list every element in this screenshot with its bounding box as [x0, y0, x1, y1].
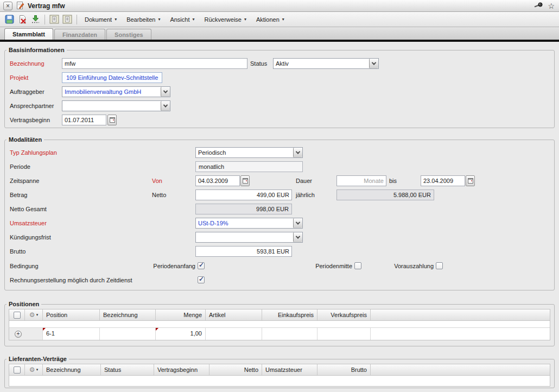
dropdown-button[interactable] — [161, 101, 170, 111]
menu-label: Bearbeiten — [126, 16, 155, 23]
menu-label: Dokument — [85, 16, 112, 23]
column-header-netto[interactable]: Netto — [209, 364, 262, 375]
calendar-button[interactable] — [240, 175, 250, 186]
menge-cell[interactable]: 1,00 — [156, 328, 206, 340]
bezeichnung-cell[interactable] — [100, 328, 156, 340]
close-icon: × — [6, 3, 10, 9]
kuendigungsfrist-select[interactable] — [195, 232, 303, 243]
vorauszahlung-checkbox[interactable] — [436, 262, 443, 269]
column-header-umsatzsteuer[interactable]: Umsatzsteuer — [262, 364, 317, 375]
periode-readonly-field: monatlich — [195, 161, 303, 172]
typ-zahlungsplan-select[interactable]: Periodisch — [195, 147, 303, 158]
add-row-button[interactable]: + — [15, 331, 22, 338]
chevron-down-icon: ▾ — [244, 17, 246, 22]
export-button[interactable] — [29, 14, 42, 26]
application-window: × Vertrag mfw ☆ Dok — [0, 0, 559, 392]
column-header-vertragsbeginn[interactable]: Vertragsbeginn — [154, 364, 209, 375]
einkaufspreis-cell[interactable] — [262, 328, 317, 340]
select-all-cell — [9, 364, 25, 375]
column-header-einkaufspreis[interactable]: Einkaufspreis — [262, 309, 317, 320]
column-header-filler — [371, 364, 550, 375]
chevron-down-icon: ▾ — [36, 309, 39, 320]
rechnungserstellung-checkbox[interactable] — [198, 276, 205, 283]
auftraggeber-select[interactable]: Immobilienverwaltung GmbH — [62, 86, 170, 97]
checkbox-label: Vorauszahlung — [377, 261, 434, 271]
document-report-button[interactable] — [48, 14, 61, 26]
umsatzsteuer-select[interactable]: USt-D-19% — [195, 218, 303, 229]
chevron-down-icon: ▾ — [158, 17, 160, 22]
dauer-input[interactable] — [336, 175, 386, 186]
select-value — [62, 101, 161, 111]
chevron-down-icon: ▾ — [36, 364, 39, 375]
menu-dokument[interactable]: Dokument ▾ — [80, 15, 122, 24]
chevron-down-icon — [296, 220, 300, 224]
jaehrlich-readonly-field: 5.988,00 EUR — [336, 189, 434, 200]
pin-icon[interactable] — [534, 2, 543, 9]
field-label: Brutto — [10, 246, 26, 257]
select-all-checkbox[interactable] — [14, 312, 21, 319]
table-actions-button[interactable]: ⚙ ▾ — [25, 364, 43, 375]
column-header-verkaufspreis[interactable]: Verkaufspreis — [317, 309, 371, 320]
fieldset-basisinformationen: Basisinformationen Bezeichnung Status Ak… — [4, 47, 555, 128]
column-header-menge[interactable]: Menge — [156, 309, 206, 320]
verkaufspreis-cell[interactable] — [317, 328, 371, 340]
position-cell[interactable]: 6-1 — [43, 328, 100, 340]
calendar-icon — [468, 178, 473, 184]
select-value — [196, 232, 293, 242]
field-label: Periode — [10, 161, 30, 172]
document-report-button-2[interactable] — [61, 14, 74, 26]
menu-bearbeiten[interactable]: Bearbeiten ▾ — [122, 15, 165, 24]
brutto-input[interactable] — [195, 246, 292, 257]
periodenmitte-checkbox[interactable] — [354, 262, 361, 269]
menu-aktionen[interactable]: Aktionen ▾ — [251, 15, 289, 24]
ansprechpartner-select[interactable] — [62, 100, 170, 111]
field-label: Netto Gesamt — [10, 204, 47, 214]
column-header-status[interactable]: Status — [101, 364, 154, 375]
fieldset-legend: Lieferanten-Verträge — [7, 356, 69, 363]
delete-document-button[interactable] — [16, 14, 29, 26]
bezeichnung-input[interactable] — [62, 58, 247, 69]
column-header-bezeichnung[interactable]: Bezeichnung — [100, 309, 156, 320]
field-label: Typ Zahlungsplan — [10, 147, 57, 158]
column-header-brutto[interactable]: Brutto — [317, 364, 371, 375]
tab-sonstiges[interactable]: Sonstiges — [106, 29, 151, 40]
calendar-button[interactable] — [107, 115, 117, 125]
status-select[interactable]: Aktiv — [273, 58, 379, 69]
edit-document-icon — [16, 1, 24, 11]
chevron-down-icon — [163, 103, 168, 107]
von-date-input[interactable] — [195, 175, 240, 186]
toolbar-separator — [45, 15, 45, 24]
menu-rueckverweise[interactable]: Rückverweise ▾ — [199, 15, 251, 24]
favorite-star-icon[interactable]: ☆ — [548, 2, 555, 10]
table-actions-button[interactable]: ⚙ ▾ — [25, 309, 43, 320]
tab-finanzdaten[interactable]: Finanzdaten — [54, 29, 105, 40]
dropdown-button[interactable] — [369, 59, 378, 68]
menu-ansicht[interactable]: Ansicht ▾ — [165, 15, 199, 24]
select-all-checkbox[interactable] — [14, 366, 21, 374]
dropdown-button[interactable] — [293, 148, 302, 157]
fieldset-legend: Positionen — [7, 301, 41, 308]
calendar-button[interactable] — [466, 175, 475, 186]
column-header-position[interactable]: Position — [43, 309, 100, 320]
field-label: Zeitspanne — [10, 175, 39, 186]
column-header-bezeichnung[interactable]: Bezeichnung — [43, 364, 101, 375]
toolbar: Dokument ▾ Bearbeiten ▾ Ansicht ▾ Rückve… — [0, 12, 559, 27]
artikel-cell[interactable] — [206, 328, 262, 340]
fieldset-legend: Basisinformationen — [7, 47, 67, 54]
tab-stammblatt[interactable]: Stammblatt — [4, 28, 53, 40]
dropdown-button[interactable] — [293, 218, 302, 228]
column-header-filler — [371, 309, 550, 320]
save-button[interactable] — [3, 14, 16, 26]
bis-date-input[interactable] — [421, 175, 465, 186]
dropdown-button[interactable] — [161, 87, 170, 97]
vertragsbeginn-date-input[interactable] — [62, 115, 106, 125]
projekt-link[interactable]: 109 Einführung Datev-Schnittstelle — [62, 72, 162, 83]
field-label: Bezeichnung — [10, 58, 45, 69]
netto-input[interactable] — [195, 189, 292, 200]
table-header-row: ⚙ ▾ Position Bezeichnung Menge Artikel E… — [9, 309, 550, 321]
periodenanfang-checkbox[interactable] — [198, 262, 205, 269]
dropdown-button[interactable] — [293, 232, 302, 242]
field-label: bis — [389, 175, 397, 186]
column-header-artikel[interactable]: Artikel — [206, 309, 262, 320]
close-button[interactable]: × — [3, 2, 12, 10]
